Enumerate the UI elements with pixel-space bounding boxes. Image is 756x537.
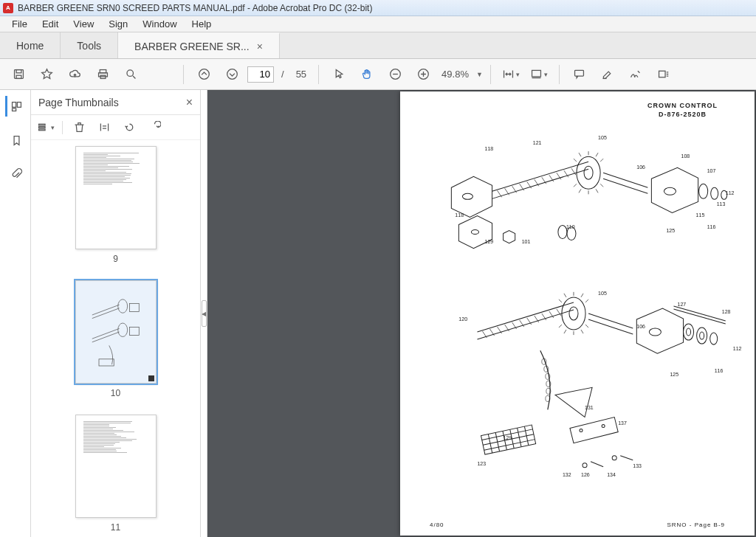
document-page: CROWN CONTROL D-876-2520B: [400, 91, 755, 536]
chevron-down-icon[interactable]: ▼: [476, 71, 483, 78]
tab-tools[interactable]: Tools: [61, 32, 118, 58]
thumbnail-item[interactable]: 10: [31, 280, 200, 398]
svg-line-52: [574, 159, 577, 162]
thumb-rotate-ccw-button[interactable]: [120, 119, 138, 136]
sign-button[interactable]: [623, 62, 648, 87]
svg-point-51: [584, 166, 593, 179]
thumbnails-toolbar: ▾: [31, 115, 200, 140]
select-tool[interactable]: [326, 62, 351, 87]
svg-line-92: [564, 330, 566, 333]
svg-text:105: 105: [598, 291, 607, 296]
zoom-value[interactable]: 49.8%: [439, 69, 472, 80]
svg-text:133: 133: [633, 463, 642, 468]
thumbnail-item[interactable]: 11: [31, 415, 200, 533]
svg-point-66: [711, 187, 718, 199]
menu-edit[interactable]: Edit: [35, 17, 66, 31]
svg-line-55: [596, 153, 598, 156]
svg-point-124: [612, 456, 616, 460]
exploded-view-drawing: 118121 105106 108107 112113 115118 12910…: [413, 128, 741, 513]
window-title: BARBER GREENE SRN0 SCREED PARTS MANUAL.p…: [18, 3, 372, 13]
page-up-button[interactable]: [191, 62, 216, 87]
hand-tool[interactable]: [354, 62, 379, 87]
page-number-input[interactable]: [247, 66, 274, 83]
svg-point-65: [699, 184, 708, 198]
svg-text:129: 129: [485, 239, 494, 244]
page-title-block: CROWN CONTROL D-876-2520B: [647, 102, 718, 119]
page-down-button[interactable]: [219, 62, 244, 87]
svg-text:113: 113: [717, 201, 726, 207]
thumb-options-button[interactable]: ▾: [37, 119, 55, 136]
svg-text:127: 127: [678, 302, 687, 307]
svg-line-60: [579, 189, 581, 193]
highlight-button[interactable]: [595, 62, 620, 87]
pdf-icon: A: [3, 3, 13, 13]
svg-text:105: 105: [598, 135, 607, 140]
rail-attachments[interactable]: [5, 164, 26, 184]
thumbnails-scroll[interactable]: 91011: [31, 140, 200, 537]
tab-document[interactable]: BARBER GREENE SR... ×: [118, 32, 280, 58]
more-tools-button[interactable]: [651, 62, 676, 87]
svg-line-125: [620, 456, 633, 460]
menu-help[interactable]: Help: [185, 17, 219, 31]
footer-right: SRNO - Page B-9: [667, 522, 725, 528]
svg-line-123: [591, 462, 603, 467]
svg-line-56: [600, 159, 603, 162]
print-button[interactable]: [90, 62, 115, 87]
svg-rect-28: [99, 359, 114, 366]
star-button[interactable]: [34, 62, 59, 87]
zoom-out-button[interactable]: [382, 62, 408, 87]
save-button[interactable]: [6, 62, 31, 87]
svg-rect-16: [12, 108, 16, 111]
svg-point-22: [117, 299, 127, 313]
svg-text:101: 101: [522, 239, 531, 244]
thumbnail-label: 10: [111, 388, 120, 398]
svg-text:112: 112: [733, 346, 741, 351]
comment-button[interactable]: [567, 62, 592, 87]
thumb-print-button[interactable]: [95, 119, 113, 136]
menu-bar: File Edit View Sign Window Help: [0, 16, 756, 32]
svg-point-38: [462, 193, 472, 199]
svg-point-26: [117, 323, 127, 336]
zoom-in-button[interactable]: [410, 62, 436, 87]
svg-point-101: [710, 333, 718, 344]
svg-text:123: 123: [477, 461, 486, 466]
svg-rect-18: [39, 127, 46, 128]
document-viewport[interactable]: CROWN CONTROL D-876-2520B: [207, 90, 756, 537]
page-display-button[interactable]: ▾: [526, 62, 551, 87]
thumb-rotate-cw-button[interactable]: [145, 119, 163, 136]
cloud-button[interactable]: [62, 62, 87, 87]
svg-line-84: [559, 299, 562, 302]
svg-line-103: [674, 309, 726, 324]
close-icon[interactable]: ×: [257, 41, 263, 52]
svg-point-6: [126, 70, 133, 77]
thumbnail-page[interactable]: [75, 415, 157, 518]
svg-point-110: [580, 429, 583, 432]
menu-file[interactable]: File: [4, 17, 35, 31]
splitter-handle-icon[interactable]: ◀: [202, 300, 207, 327]
svg-line-57: [600, 184, 603, 187]
svg-text:125: 125: [666, 228, 675, 233]
close-panel-icon[interactable]: ×: [186, 96, 193, 109]
thumbnail-item[interactable]: 9: [31, 146, 200, 264]
rail-thumbnails[interactable]: [5, 96, 26, 117]
svg-point-100: [700, 332, 704, 339]
tab-home[interactable]: Home: [0, 32, 61, 58]
search-button[interactable]: [118, 62, 143, 87]
page-title: CROWN CONTROL: [647, 102, 718, 109]
svg-point-7: [199, 69, 209, 80]
svg-text:115: 115: [696, 212, 705, 218]
menu-window[interactable]: Window: [135, 17, 184, 31]
svg-line-95: [588, 319, 633, 334]
drawing-number: D-876-2520B: [647, 111, 718, 118]
svg-text:132: 132: [563, 472, 571, 477]
rail-bookmarks[interactable]: [5, 130, 26, 150]
menu-view[interactable]: View: [66, 17, 101, 31]
panel-splitter[interactable]: ◀: [201, 90, 207, 537]
menu-sign[interactable]: Sign: [101, 17, 135, 31]
svg-rect-0: [14, 70, 23, 79]
svg-text:121: 121: [533, 140, 542, 145]
thumb-delete-button[interactable]: [70, 119, 88, 136]
fit-width-button[interactable]: ▾: [498, 62, 523, 87]
thumbnail-page[interactable]: [75, 146, 157, 249]
thumbnail-page[interactable]: [75, 280, 157, 384]
